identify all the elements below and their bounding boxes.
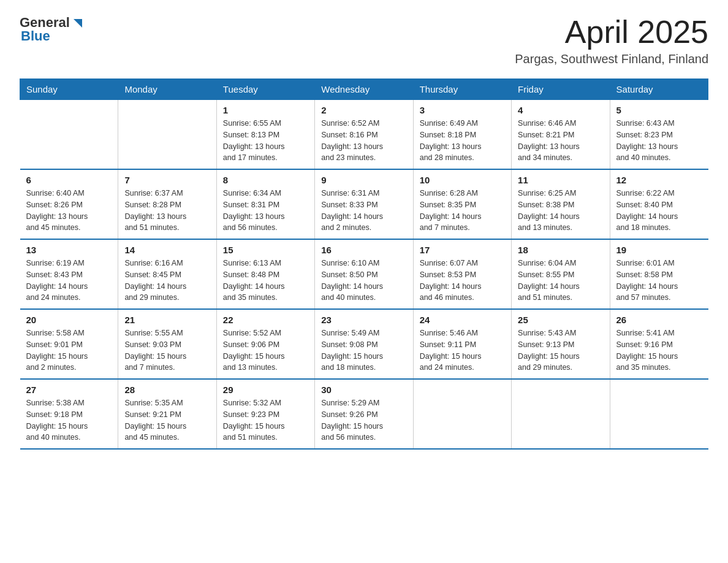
- day-number: 23: [321, 315, 406, 325]
- day-number: 11: [518, 175, 603, 185]
- calendar-cell: [20, 100, 118, 170]
- weekday-header-wednesday: Wednesday: [315, 79, 413, 100]
- day-number: 6: [26, 175, 112, 185]
- day-info: Sunrise: 5:49 AM Sunset: 9:08 PM Dayligh…: [321, 327, 406, 373]
- calendar-cell: 26Sunrise: 5:41 AM Sunset: 9:16 PM Dayli…: [610, 309, 708, 379]
- calendar-cell: 27Sunrise: 5:38 AM Sunset: 9:18 PM Dayli…: [20, 379, 118, 449]
- calendar-cell: 11Sunrise: 6:25 AM Sunset: 8:38 PM Dayli…: [512, 169, 610, 239]
- day-info: Sunrise: 5:38 AM Sunset: 9:18 PM Dayligh…: [26, 397, 112, 443]
- weekday-header-thursday: Thursday: [413, 79, 511, 100]
- day-info: Sunrise: 6:31 AM Sunset: 8:33 PM Dayligh…: [321, 188, 406, 234]
- day-number: 17: [420, 245, 505, 255]
- logo-arrow-icon: [71, 18, 82, 29]
- calendar-cell: 1Sunrise: 6:55 AM Sunset: 8:13 PM Daylig…: [216, 100, 314, 170]
- day-info: Sunrise: 5:43 AM Sunset: 9:13 PM Dayligh…: [518, 327, 603, 373]
- calendar-cell: [512, 379, 610, 449]
- calendar-cell: 20Sunrise: 5:58 AM Sunset: 9:01 PM Dayli…: [20, 309, 118, 379]
- day-info: Sunrise: 6:40 AM Sunset: 8:26 PM Dayligh…: [26, 188, 112, 234]
- calendar-cell: 15Sunrise: 6:13 AM Sunset: 8:48 PM Dayli…: [216, 239, 314, 309]
- calendar-week-row: 6Sunrise: 6:40 AM Sunset: 8:26 PM Daylig…: [20, 169, 708, 239]
- calendar-cell: 21Sunrise: 5:55 AM Sunset: 9:03 PM Dayli…: [118, 309, 216, 379]
- calendar-cell: [413, 379, 511, 449]
- day-info: Sunrise: 6:04 AM Sunset: 8:55 PM Dayligh…: [518, 258, 603, 304]
- calendar-cell: 16Sunrise: 6:10 AM Sunset: 8:50 PM Dayli…: [315, 239, 413, 309]
- calendar-cell: 23Sunrise: 5:49 AM Sunset: 9:08 PM Dayli…: [315, 309, 413, 379]
- calendar-cell: 28Sunrise: 5:35 AM Sunset: 9:21 PM Dayli…: [118, 379, 216, 449]
- day-info: Sunrise: 5:52 AM Sunset: 9:06 PM Dayligh…: [223, 327, 308, 373]
- day-info: Sunrise: 6:01 AM Sunset: 8:58 PM Dayligh…: [616, 258, 702, 304]
- day-info: Sunrise: 6:16 AM Sunset: 8:45 PM Dayligh…: [124, 258, 210, 304]
- day-info: Sunrise: 6:34 AM Sunset: 8:31 PM Dayligh…: [223, 188, 308, 234]
- weekday-header-tuesday: Tuesday: [216, 79, 314, 100]
- day-number: 30: [321, 385, 406, 395]
- day-number: 12: [616, 175, 702, 185]
- day-number: 13: [26, 245, 112, 255]
- calendar-week-row: 13Sunrise: 6:19 AM Sunset: 8:43 PM Dayli…: [20, 239, 708, 309]
- day-number: 29: [223, 385, 308, 395]
- day-info: Sunrise: 6:22 AM Sunset: 8:40 PM Dayligh…: [616, 188, 702, 234]
- calendar-cell: 4Sunrise: 6:46 AM Sunset: 8:21 PM Daylig…: [512, 100, 610, 170]
- day-info: Sunrise: 5:55 AM Sunset: 9:03 PM Dayligh…: [124, 327, 210, 373]
- day-number: 26: [616, 315, 702, 325]
- calendar-cell: 25Sunrise: 5:43 AM Sunset: 9:13 PM Dayli…: [512, 309, 610, 379]
- calendar-cell: 29Sunrise: 5:32 AM Sunset: 9:23 PM Dayli…: [216, 379, 314, 449]
- day-info: Sunrise: 5:46 AM Sunset: 9:11 PM Dayligh…: [420, 327, 505, 373]
- month-title: April 2025: [515, 15, 708, 50]
- weekday-header-saturday: Saturday: [610, 79, 708, 100]
- weekday-header-monday: Monday: [118, 79, 216, 100]
- calendar-cell: 24Sunrise: 5:46 AM Sunset: 9:11 PM Dayli…: [413, 309, 511, 379]
- day-number: 1: [223, 105, 308, 115]
- calendar-cell: 19Sunrise: 6:01 AM Sunset: 8:58 PM Dayli…: [610, 239, 708, 309]
- calendar-cell: 18Sunrise: 6:04 AM Sunset: 8:55 PM Dayli…: [512, 239, 610, 309]
- calendar-cell: 10Sunrise: 6:28 AM Sunset: 8:35 PM Dayli…: [413, 169, 511, 239]
- day-number: 20: [26, 315, 112, 325]
- calendar-cell: 6Sunrise: 6:40 AM Sunset: 8:26 PM Daylig…: [20, 169, 118, 239]
- day-info: Sunrise: 6:37 AM Sunset: 8:28 PM Dayligh…: [124, 188, 210, 234]
- page-header: General Blue April 2025 Pargas, Southwes…: [20, 15, 708, 66]
- day-number: 18: [518, 245, 603, 255]
- day-number: 22: [223, 315, 308, 325]
- day-number: 27: [26, 385, 112, 395]
- day-info: Sunrise: 6:19 AM Sunset: 8:43 PM Dayligh…: [26, 258, 112, 304]
- day-info: Sunrise: 6:10 AM Sunset: 8:50 PM Dayligh…: [321, 258, 406, 304]
- day-number: 19: [616, 245, 702, 255]
- calendar-cell: [118, 100, 216, 170]
- calendar-cell: 13Sunrise: 6:19 AM Sunset: 8:43 PM Dayli…: [20, 239, 118, 309]
- calendar-cell: 30Sunrise: 5:29 AM Sunset: 9:26 PM Dayli…: [315, 379, 413, 449]
- day-number: 14: [124, 245, 210, 255]
- calendar-cell: 14Sunrise: 6:16 AM Sunset: 8:45 PM Dayli…: [118, 239, 216, 309]
- day-info: Sunrise: 6:13 AM Sunset: 8:48 PM Dayligh…: [223, 258, 308, 304]
- day-number: 10: [420, 175, 505, 185]
- calendar-cell: 22Sunrise: 5:52 AM Sunset: 9:06 PM Dayli…: [216, 309, 314, 379]
- day-info: Sunrise: 5:29 AM Sunset: 9:26 PM Dayligh…: [321, 397, 406, 443]
- calendar-table: SundayMondayTuesdayWednesdayThursdayFrid…: [20, 79, 708, 450]
- day-info: Sunrise: 6:43 AM Sunset: 8:23 PM Dayligh…: [616, 118, 702, 164]
- day-number: 5: [616, 105, 702, 115]
- calendar-cell: 2Sunrise: 6:52 AM Sunset: 8:16 PM Daylig…: [315, 100, 413, 170]
- day-info: Sunrise: 6:49 AM Sunset: 8:18 PM Dayligh…: [420, 118, 505, 164]
- calendar-cell: [610, 379, 708, 449]
- day-number: 15: [223, 245, 308, 255]
- calendar-cell: 7Sunrise: 6:37 AM Sunset: 8:28 PM Daylig…: [118, 169, 216, 239]
- day-info: Sunrise: 5:32 AM Sunset: 9:23 PM Dayligh…: [223, 397, 308, 443]
- weekday-header-sunday: Sunday: [20, 79, 118, 100]
- day-info: Sunrise: 5:41 AM Sunset: 9:16 PM Dayligh…: [616, 327, 702, 373]
- calendar-week-row: 27Sunrise: 5:38 AM Sunset: 9:18 PM Dayli…: [20, 379, 708, 449]
- calendar-cell: 12Sunrise: 6:22 AM Sunset: 8:40 PM Dayli…: [610, 169, 708, 239]
- calendar-cell: 9Sunrise: 6:31 AM Sunset: 8:33 PM Daylig…: [315, 169, 413, 239]
- calendar-cell: 17Sunrise: 6:07 AM Sunset: 8:53 PM Dayli…: [413, 239, 511, 309]
- calendar-week-row: 20Sunrise: 5:58 AM Sunset: 9:01 PM Dayli…: [20, 309, 708, 379]
- weekday-header-friday: Friday: [512, 79, 610, 100]
- day-number: 4: [518, 105, 603, 115]
- day-info: Sunrise: 6:25 AM Sunset: 8:38 PM Dayligh…: [518, 188, 603, 234]
- calendar-header-row: SundayMondayTuesdayWednesdayThursdayFrid…: [20, 79, 708, 100]
- day-number: 24: [420, 315, 505, 325]
- day-number: 21: [124, 315, 210, 325]
- calendar-week-row: 1Sunrise: 6:55 AM Sunset: 8:13 PM Daylig…: [20, 100, 708, 170]
- location-title: Pargas, Southwest Finland, Finland: [515, 52, 708, 66]
- day-number: 28: [124, 385, 210, 395]
- title-area: April 2025 Pargas, Southwest Finland, Fi…: [515, 15, 708, 66]
- calendar-cell: 3Sunrise: 6:49 AM Sunset: 8:18 PM Daylig…: [413, 100, 511, 170]
- day-number: 8: [223, 175, 308, 185]
- day-number: 16: [321, 245, 406, 255]
